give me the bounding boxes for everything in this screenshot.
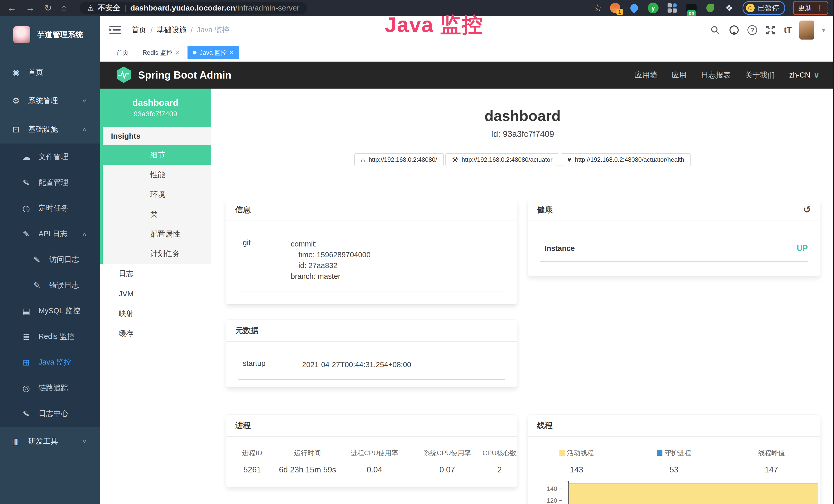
menu-item-mappings[interactable]: 映射: [100, 304, 211, 324]
menu-item-details[interactable]: 细节: [103, 145, 211, 165]
layers-icon: ≣: [21, 332, 32, 342]
status-badge: UP: [797, 244, 808, 253]
app-logo[interactable]: 芋道管理系统: [0, 16, 100, 47]
breadcrumb-home[interactable]: 首页: [132, 25, 147, 35]
api-log-icon: ✎: [21, 229, 32, 239]
page-title: dashboard: [211, 107, 834, 124]
process-metrics: 进程ID5261 运行时间6d 23h 15m 59s 进程CPU使用率0.04…: [226, 449, 517, 475]
server-icon: ▤: [21, 306, 32, 316]
sidebar-item-tracing[interactable]: ◎ 链路追踪: [0, 375, 100, 401]
sidebar-item-scheduled-tasks[interactable]: ◷ 定时任务: [0, 196, 100, 221]
edit-icon: ✎: [21, 178, 32, 188]
forward-icon[interactable]: →: [26, 3, 35, 13]
address-bar[interactable]: ⚠ 不安全 | dashboard.yudao.iocoder.cn/infra…: [80, 2, 307, 14]
menu-item-caches[interactable]: 缓存: [100, 324, 211, 344]
menu-item-classes[interactable]: 类: [103, 204, 211, 224]
history-icon[interactable]: ↺: [803, 204, 811, 215]
leaf-extension-icon[interactable]: [705, 2, 716, 14]
menu-item-metrics[interactable]: 性能: [103, 165, 211, 185]
instance-id: 93a3fc7f7409: [134, 110, 177, 118]
sidebar-item-log-center[interactable]: ✎ 日志中心: [0, 401, 100, 427]
warning-icon: ⚠: [87, 4, 94, 12]
sidebar-item-dev-tools[interactable]: ▥ 研发工具 ∨: [0, 427, 100, 456]
sidebar-item-api-logs[interactable]: ✎ API 日志 ∧: [0, 221, 100, 247]
kebab-menu-icon[interactable]: ⋮: [816, 4, 824, 13]
sidebar-item-file-management[interactable]: ☁ 文件管理: [0, 144, 100, 170]
help-icon[interactable]: ?: [747, 25, 757, 35]
bookmark-star-icon[interactable]: ☆: [594, 3, 602, 13]
y-extension-icon[interactable]: y: [648, 2, 659, 14]
threads-legend: 活动线程 143 守护进程 53 线程峰值 147: [528, 449, 820, 475]
tab-redis-monitor[interactable]: Redis 监控 ×: [137, 46, 184, 59]
tab-home[interactable]: 首页: [111, 46, 134, 59]
health-instance-row: Instance UP: [540, 244, 808, 261]
menu-item-jvm[interactable]: JVM: [100, 284, 211, 304]
info-card: 信息 git commit: time: 1596289704000 id: 2…: [226, 199, 517, 304]
git-label: git: [238, 238, 291, 282]
back-icon[interactable]: ←: [7, 3, 17, 13]
sidebar-item-access-logs[interactable]: ✎ 访问日志: [0, 247, 100, 272]
health-url-button[interactable]: ♥ http://192.168.0.2:48080/actuator/heal…: [561, 153, 691, 166]
close-icon[interactable]: ×: [175, 49, 179, 56]
menu-item-scheduled-tasks[interactable]: 计划任务: [103, 244, 211, 264]
sba-nav-wallboard[interactable]: 应用墙: [635, 70, 657, 81]
cpu-cores-header: CPU核心数: [482, 449, 517, 458]
fullscreen-icon[interactable]: [765, 24, 776, 36]
sidebar-item-config-management[interactable]: ✎ 配置管理: [0, 170, 100, 196]
sidebar-item-error-logs[interactable]: ✎ 错误日志: [0, 272, 100, 298]
actuator-url-button[interactable]: ⚒ http://192.168.0.2:48080/actuator: [445, 153, 559, 166]
sidebar-item-home[interactable]: ◉ 首页: [0, 58, 100, 87]
browser-update-button[interactable]: 更新 ⋮: [793, 1, 828, 15]
sidebar-item-java-monitor[interactable]: ⊞ Java 监控: [0, 349, 100, 375]
sba-brand-title[interactable]: Spring Boot Admin: [138, 69, 232, 81]
switch-on-extension-icon[interactable]: on: [685, 2, 697, 14]
hamburger-icon[interactable]: [109, 25, 121, 35]
cloud-upload-icon: ☁: [21, 152, 32, 162]
menu-item-config-props[interactable]: 配置属性: [103, 224, 211, 244]
sba-nav-about[interactable]: 关于我们: [745, 70, 775, 81]
app-sidebar: 芋道管理系统 ◉ 首页 ⚙ 系统管理 ∨ ⊡ 基础设施 ∧ ☁ 文件管理 ✎ 配…: [0, 16, 100, 504]
service-url-button[interactable]: ⌂ http://192.168.0.2:48080/: [354, 153, 444, 166]
sidebar-item-mysql-monitor[interactable]: ▤ MySQL 监控: [0, 298, 100, 324]
instance-detail-main: dashboard Id: 93a3fc7f7409 ⌂ http://192.…: [211, 89, 834, 504]
sba-header: Spring Boot Admin 应用墙 应用 日志报表 关于我们 zh-CN…: [100, 62, 834, 89]
dashboard-icon: ◉: [10, 67, 22, 77]
emoji-face-icon: ☺: [746, 4, 755, 12]
daemon-threads-swatch: [657, 450, 662, 456]
pid-header: 进程ID: [226, 449, 279, 458]
java-monitor-icon: ⊞: [21, 358, 32, 367]
y-tick-120: 120: [533, 497, 562, 504]
reload-icon[interactable]: ↻: [44, 3, 52, 13]
access-log-icon: ✎: [31, 255, 43, 265]
extensions-puzzle-icon[interactable]: ❖: [724, 2, 735, 14]
grid-extension-icon[interactable]: [666, 2, 678, 14]
extension-orange-icon[interactable]: 1: [610, 2, 621, 14]
security-label: 不安全: [98, 3, 120, 13]
search-icon[interactable]: [709, 24, 721, 36]
pid-value: 5261: [226, 465, 279, 475]
breadcrumb-infrastructure[interactable]: 基础设施: [157, 25, 186, 35]
home-icon[interactable]: ⌂: [61, 3, 67, 13]
tab-java-monitor[interactable]: Java 监控 ×: [188, 46, 239, 59]
map-pin-extension-icon[interactable]: [629, 2, 640, 14]
sba-language-select[interactable]: zh-CN ∨: [789, 71, 820, 79]
menu-item-logs[interactable]: 日志: [100, 264, 211, 284]
instance-name: dashboard: [133, 97, 178, 108]
close-icon[interactable]: ×: [229, 49, 233, 56]
process-card: 进程 进程ID5261 运行时间6d 23h 15m 59s 进程CPU使用率0…: [226, 415, 517, 487]
cpu-cores-value: 2: [482, 465, 517, 475]
user-avatar[interactable]: [799, 21, 814, 40]
sba-nav-journal[interactable]: 日志报表: [701, 70, 730, 81]
sba-nav-applications[interactable]: 应用: [672, 70, 686, 81]
sidebar-item-system-management[interactable]: ⚙ 系统管理 ∨: [0, 87, 100, 115]
paused-badge[interactable]: ☺ 已暂停: [743, 1, 785, 15]
avatar-caret-icon[interactable]: ▾: [822, 26, 825, 34]
sidebar-item-redis-monitor[interactable]: ≣ Redis 监控: [0, 324, 100, 349]
menu-item-environment[interactable]: 环境: [103, 185, 211, 204]
font-size-icon[interactable]: tT: [784, 25, 792, 35]
threads-card: 线程 活动线程 143 守护进程 53 线程峰值 147 140 120 100: [528, 415, 820, 504]
github-icon[interactable]: [728, 24, 740, 36]
instance-url-row: ⌂ http://192.168.0.2:48080/ ⚒ http://192…: [211, 153, 834, 166]
sidebar-item-infrastructure[interactable]: ⊡ 基础设施 ∧: [0, 115, 100, 143]
process-card-title: 进程: [226, 415, 517, 437]
